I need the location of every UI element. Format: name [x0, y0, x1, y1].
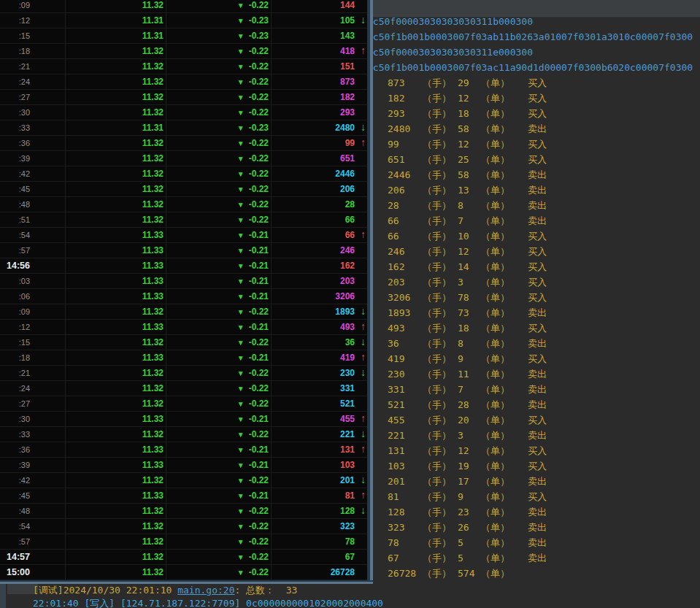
volume-cell: 201↓	[272, 473, 367, 488]
trade-volume: 1893	[388, 305, 423, 320]
trade-orders: 3	[458, 274, 481, 290]
time-cell: 15:00	[0, 565, 66, 580]
down-triangle-icon: ▼	[237, 277, 245, 285]
orders-label: （单）	[481, 136, 528, 152]
volume-value: 3206	[335, 291, 355, 301]
orders-label: （单）	[481, 228, 528, 244]
volume-cell: 2446	[272, 166, 367, 181]
volume-cell: 230↓	[272, 366, 367, 380]
change-value: -0.22	[249, 475, 269, 485]
tape-row: :24 11.32 ▼-0.22 331	[0, 381, 367, 396]
down-triangle-icon: ▼	[237, 231, 245, 239]
orders-label: （单）	[481, 489, 528, 504]
trade-volume: 26728	[388, 566, 423, 581]
window-border-bottom	[0, 580, 373, 584]
trade-side: 买入	[528, 136, 547, 152]
down-triangle-icon: ▼	[237, 308, 245, 316]
volume-cell: 206	[272, 182, 367, 196]
console-trade-row: 103（手）19（单）买入	[388, 458, 700, 474]
orders-label: （单）	[481, 382, 528, 397]
console-hex-output: 0c50f00003030303030311b0003000c50f1b001b…	[367, 14, 700, 75]
trade-orders: 5	[458, 535, 481, 550]
console-trade-row: 2480（手）58（单）卖出	[388, 121, 700, 136]
change-cell: ▼-0.22	[166, 44, 272, 58]
trade-volume: 128	[388, 504, 423, 520]
tape-row: 14:57 11.32 ▼-0.22 67	[0, 550, 367, 565]
orders-label: （单）	[481, 443, 528, 458]
change-cell: ▼-0.21	[166, 243, 272, 258]
change-value: -0.22	[249, 199, 269, 209]
tape-row: :57 11.32 ▼-0.22 78	[0, 534, 367, 550]
tick-table[interactable]: :09 11.32 ▼-0.22 144 :12 11.31 ▼-0.23 10…	[0, 0, 367, 580]
change-value: -0.21	[249, 490, 269, 501]
lots-label: （手）	[423, 520, 458, 535]
console-trade-row: 221（手）3（单）卖出	[388, 428, 700, 443]
console-trade-row: 493（手）18（单）买入	[388, 320, 700, 336]
up-arrow-icon: ↑	[361, 490, 366, 500]
time-cell: :57	[0, 534, 66, 549]
console-write-line: 22:01:40 [写入] [124.71.187.122:7709] 0c00…	[33, 597, 383, 608]
down-triangle-icon: ▼	[237, 492, 245, 500]
time-cell: :15	[0, 28, 66, 43]
volume-value: 162	[340, 261, 355, 271]
console-trade-row: 182（手）12（单）买入	[388, 91, 700, 106]
volume-value: 419	[340, 353, 355, 363]
price-cell: 11.33	[66, 274, 166, 288]
price-cell: 11.32	[66, 182, 166, 196]
price-cell: 11.31	[66, 13, 166, 28]
trade-side: 买入	[528, 228, 547, 244]
trade-orders: 13	[458, 182, 481, 198]
console-trade-row: 78（手）5（单）卖出	[388, 535, 700, 550]
tape-row: :27 11.32 ▼-0.22 182	[0, 90, 367, 105]
down-triangle-icon: ▼	[237, 155, 245, 163]
tape-row: :09 11.32 ▼-0.22 144	[0, 0, 367, 13]
time-cell: :06	[0, 289, 66, 304]
source-location-link[interactable]: main.go:20	[177, 585, 234, 596]
volume-value: 103	[340, 460, 355, 470]
trade-volume: 66	[388, 213, 423, 228]
price-cell: 11.32	[66, 166, 166, 181]
change-value: -0.22	[249, 552, 269, 562]
tape-row: :57 11.33 ▼-0.21 246	[0, 243, 367, 258]
volume-value: 455	[340, 414, 355, 424]
price-cell: 11.32	[66, 151, 166, 166]
volume-cell: 103	[272, 458, 367, 472]
change-value: -0.22	[249, 567, 269, 577]
trade-volume: 651	[388, 152, 423, 167]
change-cell: ▼-0.23	[166, 28, 272, 43]
console-trade-row: 230（手）11（单）卖出	[388, 366, 700, 382]
console-trade-row: 203（手）3（单）买入	[388, 274, 700, 290]
orders-label: （单）	[481, 75, 528, 91]
down-triangle-icon: ▼	[237, 124, 245, 132]
lots-label: （手）	[423, 504, 458, 520]
time-cell: :48	[0, 197, 66, 212]
price-cell: 11.32	[66, 105, 166, 120]
volume-value: 2480	[335, 123, 355, 133]
change-value: -0.23	[249, 31, 269, 41]
price-cell: 11.33	[66, 488, 166, 503]
console-hex-line: 0c50f1b001b0003007f03ac11a90d1d00007f030…	[367, 60, 700, 75]
time-cell: :39	[0, 458, 66, 472]
down-triangle-icon: ▼	[237, 369, 245, 377]
price-cell: 11.33	[66, 320, 166, 334]
orders-label: （单）	[481, 336, 528, 351]
tape-row: :33 11.31 ▼-0.23 2480↓	[0, 120, 367, 136]
volume-cell: 331	[272, 381, 367, 396]
time-cell: :51	[0, 212, 66, 227]
orders-label: （单）	[481, 198, 528, 213]
volume-value: 201	[340, 475, 355, 485]
volume-value: 1893	[335, 307, 355, 317]
change-cell: ▼-0.22	[166, 473, 272, 488]
down-triangle-icon: ▼	[237, 523, 245, 531]
trade-side: 卖出	[528, 305, 547, 320]
volume-cell: 144	[272, 0, 367, 12]
tape-row: :12 11.31 ▼-0.23 105↓	[0, 13, 367, 28]
time-cell: :30	[0, 105, 66, 120]
lots-label: （手）	[423, 458, 458, 474]
down-triangle-icon: ▼	[237, 93, 245, 101]
down-triangle-icon: ▼	[237, 354, 245, 362]
trade-orders: 28	[458, 397, 481, 412]
price-cell: 11.32	[66, 565, 166, 580]
tape-row: 15:00 11.32 ▼-0.22 26728	[0, 565, 367, 580]
orders-label: （单）	[481, 550, 528, 566]
